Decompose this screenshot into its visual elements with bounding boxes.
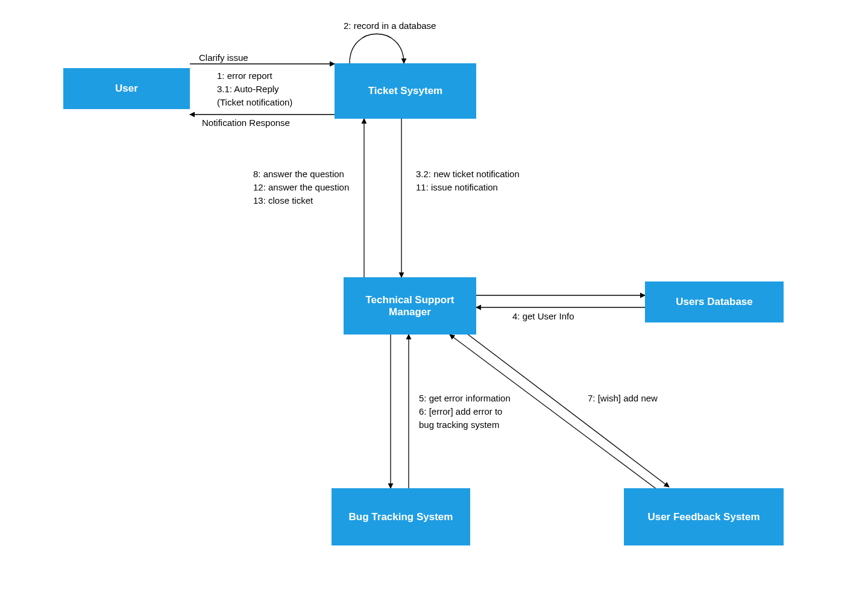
node-users-database: Users Database bbox=[645, 281, 784, 322]
node-ticket-system: Ticket Sysytem bbox=[335, 63, 476, 119]
label-to-bug: 5: get error information 6: [error] add … bbox=[419, 392, 511, 431]
label-up-to-ts: 8: answer the question 12: answer the qu… bbox=[253, 168, 349, 207]
label-get-user-info: 4: get User Info bbox=[512, 310, 574, 323]
node-tsm: Technical Support Manager bbox=[344, 277, 476, 335]
label-self-loop: 2: record in a database bbox=[344, 19, 436, 33]
node-bug-tracking-label: Bug Tracking System bbox=[349, 511, 453, 523]
node-users-database-label: Users Database bbox=[676, 296, 753, 308]
label-notification-response: Notification Response bbox=[202, 116, 290, 130]
node-user-feedback: User Feedback System bbox=[624, 488, 784, 545]
node-user: User bbox=[63, 68, 190, 109]
label-clarify: Clarify issue bbox=[199, 51, 248, 64]
label-wish-add-new: 7: [wish] add new bbox=[588, 392, 658, 405]
node-bug-tracking: Bug Tracking System bbox=[332, 488, 470, 545]
node-user-feedback-label: User Feedback System bbox=[647, 511, 760, 523]
node-ticket-system-label: Ticket Sysytem bbox=[368, 85, 442, 97]
label-error-report-block: 1: error report 3.1: Auto-Reply (Ticket … bbox=[217, 69, 292, 108]
node-tsm-label: Technical Support Manager bbox=[365, 294, 454, 318]
label-down-to-tsm: 3.2: new ticket notification 11: issue n… bbox=[416, 168, 520, 194]
node-user-label: User bbox=[115, 83, 138, 95]
